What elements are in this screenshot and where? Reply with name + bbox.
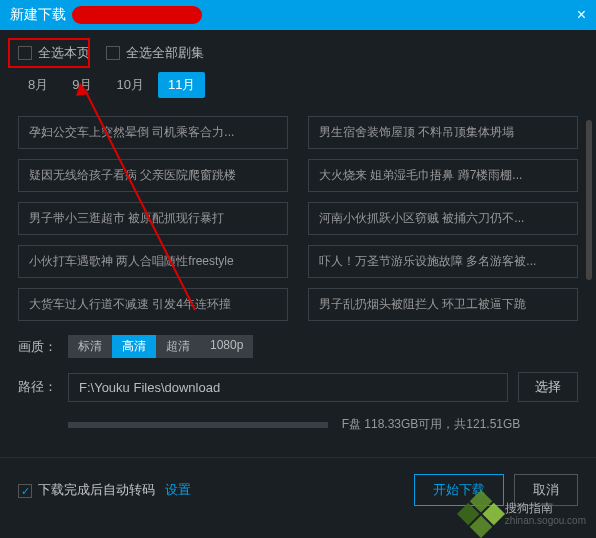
select-all-checkbox[interactable]: 全选全部剧集 [106,44,204,62]
window-title: 新建下载 [10,6,66,24]
quality-row: 画质： 标清 高清 超清 1080p [18,335,578,358]
path-input[interactable] [68,373,508,402]
list-item[interactable]: 大货车过人行道不减速 引发4年连环撞 [18,288,288,321]
video-list: 孕妇公交车上突然晕倒 司机乘客合力... 疑因无线给孩子看病 父亲医院爬窗跳楼 … [18,116,578,321]
select-row: 全选本页 全选全部剧集 [18,44,578,62]
watermark: 搜狗指南 zhinan.sogou.com [463,496,586,532]
close-icon[interactable]: × [577,6,586,24]
quality-1080p[interactable]: 1080p [200,335,253,358]
choose-button[interactable]: 选择 [518,372,578,402]
path-row: 路径： 选择 [18,372,578,402]
list-item[interactable]: 男生宿舍装饰屋顶 不料吊顶集体坍塌 [308,116,578,149]
quality-sd[interactable]: 标清 [68,335,112,358]
tab-sep[interactable]: 9月 [62,72,102,98]
list-item[interactable]: 吓人！万圣节游乐设施故障 多名游客被... [308,245,578,278]
watermark-brand: 搜狗指南 [505,501,586,515]
tab-oct[interactable]: 10月 [106,72,153,98]
list-item[interactable]: 男子乱扔烟头被阻拦人 环卫工被逼下跪 [308,288,578,321]
settings-link[interactable]: 设置 [165,481,191,499]
list-item[interactable]: 疑因无线给孩子看病 父亲医院爬窗跳楼 [18,159,288,192]
redaction [72,6,202,24]
list-item[interactable]: 小伙打车遇歌神 两人合唱随性freestyle [18,245,288,278]
list-item[interactable]: 孕妇公交车上突然晕倒 司机乘客合力... [18,116,288,149]
disk-info: F盘 118.33GB可用，共121.51GB [342,417,521,431]
select-page-checkbox[interactable]: 全选本页 [18,44,90,62]
disk-progress [68,422,328,428]
transcode-checkbox[interactable]: 下载完成后自动转码 [18,481,155,499]
quality-hd[interactable]: 高清 [112,335,156,358]
list-item[interactable]: 河南小伙抓跃小区窃贼 被捅六刀仍不... [308,202,578,235]
list-item[interactable]: 男子带小三逛超市 被原配抓现行暴打 [18,202,288,235]
path-label: 路径： [18,378,58,396]
watermark-url: zhinan.sogou.com [505,515,586,527]
quality-uhd[interactable]: 超清 [156,335,200,358]
scrollbar[interactable] [586,120,592,280]
tab-nov[interactable]: 11月 [158,72,205,98]
month-tabs: 8月 9月 10月 11月 [18,72,578,98]
tab-aug[interactable]: 8月 [18,72,58,98]
list-item[interactable]: 大火烧来 姐弟湿毛巾捂鼻 蹲7楼雨棚... [308,159,578,192]
quality-label: 画质： [18,338,58,356]
divider [0,457,596,458]
title-bar: 新建下载 × [0,0,596,30]
disk-row: F盘 118.33GB可用，共121.51GB [68,416,578,433]
